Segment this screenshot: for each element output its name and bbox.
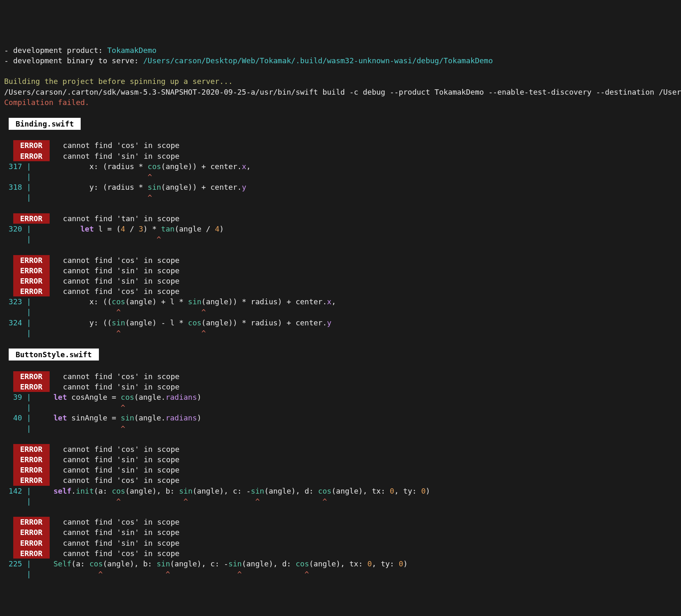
caret-marker: ^ [36,193,152,202]
caret-line: | ^ ^ ^ ^ [4,569,677,579]
error-message: cannot find 'sin' in scope [63,277,180,285]
code-line: 323 | x: ((cos(angle) + l * sin(angle)) … [4,296,677,307]
error-badge: ERROR [13,276,50,286]
code-line: 320 | let l = (4 / 3) * tan(angle / 4) [4,224,677,234]
error-badge: ERROR [13,548,50,559]
gutter-pipe: | [22,413,36,422]
gutter-pipe: | [22,193,36,202]
code-line: 317 | x: (radius * cos(angle)) + center.… [4,161,677,172]
gutter-pipe: | [22,235,36,244]
error-message: cannot find 'sin' in scope [63,266,180,275]
caret-line: | ^ ^ [4,328,677,338]
gutter-pipe: | [22,424,36,433]
error-badge: ERROR [13,151,50,161]
line-number: 40 [4,413,22,422]
error-badge: ERROR [13,527,50,537]
gutter-pipe: | [22,162,36,171]
error-message: cannot find 'cos' in scope [63,141,180,150]
error-badge: ERROR [13,382,50,392]
error-message: cannot find 'cos' in scope [63,256,180,265]
gutter-pipe: | [22,297,36,306]
gutter-pipe: | [22,318,36,327]
line-number: 225 [4,559,22,568]
file-header: Binding.swift [9,118,81,130]
error-message: cannot find 'cos' in scope [63,518,180,526]
line-number: 324 [4,318,22,327]
gutter-pipe: | [22,570,36,578]
caret-line: | ^ [4,234,677,244]
gutter-pipe: | [22,224,36,233]
error-message: cannot find 'sin' in scope [63,466,180,474]
line-number: 320 [4,224,22,233]
code-line: 39 | let cosAngle = cos(angle.radians) [4,392,677,402]
error-badge: ERROR [13,465,50,475]
gutter-pipe: | [22,487,36,495]
building-message: Building the project before spinning up … [4,77,233,86]
compilation-failed: Compilation failed. [4,98,89,107]
line-number: 323 [4,297,22,306]
line-number: 318 [4,183,22,191]
caret-line: | ^ [4,172,677,182]
gutter-pipe: | [22,183,36,191]
caret-marker: ^ ^ ^ ^ [36,497,327,506]
line-number: 142 [4,487,22,495]
caret-marker: ^ [36,235,161,244]
line-number: 39 [4,393,22,401]
error-message: cannot find 'cos' in scope [63,549,180,558]
file-header: ButtonStyle.swift [9,349,99,361]
error-message: cannot find 'sin' in scope [63,152,180,160]
error-badge: ERROR [13,286,50,296]
error-message: cannot find 'tan' in scope [63,214,180,223]
error-message: cannot find 'cos' in scope [63,287,180,296]
code-line: 142 | self.init(a: cos(angle), b: sin(an… [4,486,677,496]
error-message: cannot find 'cos' in scope [63,372,180,381]
gutter-pipe: | [22,559,36,568]
gutter-pipe: | [22,393,36,401]
caret-marker: ^ [36,172,152,181]
code-line: 324 | y: ((sin(angle) - l * cos(angle)) … [4,318,677,328]
product-label: - development product: [4,46,107,55]
error-badge: ERROR [13,517,50,527]
error-badge: ERROR [13,140,50,150]
error-badge: ERROR [13,475,50,485]
error-message: cannot find 'cos' in scope [63,445,180,454]
gutter-pipe: | [22,308,36,316]
error-message: cannot find 'sin' in scope [63,455,180,464]
error-badge: ERROR [13,213,50,224]
error-badge: ERROR [13,255,50,265]
caret-line: | ^ [4,192,677,203]
caret-line: | ^ [4,423,677,434]
error-badge: ERROR [13,265,50,276]
caret-marker: ^ ^ ^ ^ [36,570,309,578]
product-name: TokamakDemo [107,46,156,55]
gutter-pipe: | [22,172,36,181]
error-badge: ERROR [13,444,50,454]
gutter-pipe: | [22,497,36,506]
terminal-output: - development product: TokamakDemo- deve… [4,45,677,590]
code-line: 225 | Self(a: cos(angle), b: sin(angle),… [4,559,677,569]
code-line: 40 | let sinAngle = sin(angle.radians) [4,413,677,423]
gutter-pipe: | [22,329,36,337]
error-message: cannot find 'cos' in scope [63,476,180,485]
caret-marker: ^ ^ [36,329,206,337]
error-message: cannot find 'sin' in scope [63,528,180,537]
binary-path: /Users/carson/Desktop/Web/Tokamak/.build… [143,56,493,65]
gutter-pipe: | [22,403,36,412]
caret-line: | ^ ^ ^ ^ [4,496,677,506]
binary-label: - development binary to serve: [4,56,143,65]
build-command: /Users/carson/.carton/sdk/wasm-5.3-SNAPS… [4,88,681,96]
caret-marker: ^ ^ [36,308,206,316]
line-number: 317 [4,162,22,171]
code-line: 318 | y: (radius * sin(angle)) + center.… [4,182,677,192]
caret-marker: ^ [36,403,125,412]
error-message: cannot find 'sin' in scope [63,539,180,547]
error-badge: ERROR [13,371,50,382]
error-badge: ERROR [13,538,50,548]
error-badge: ERROR [13,454,50,465]
caret-marker: ^ [36,424,125,433]
caret-line: | ^ [4,402,677,413]
caret-line: | ^ ^ [4,307,677,317]
error-message: cannot find 'sin' in scope [63,382,180,391]
